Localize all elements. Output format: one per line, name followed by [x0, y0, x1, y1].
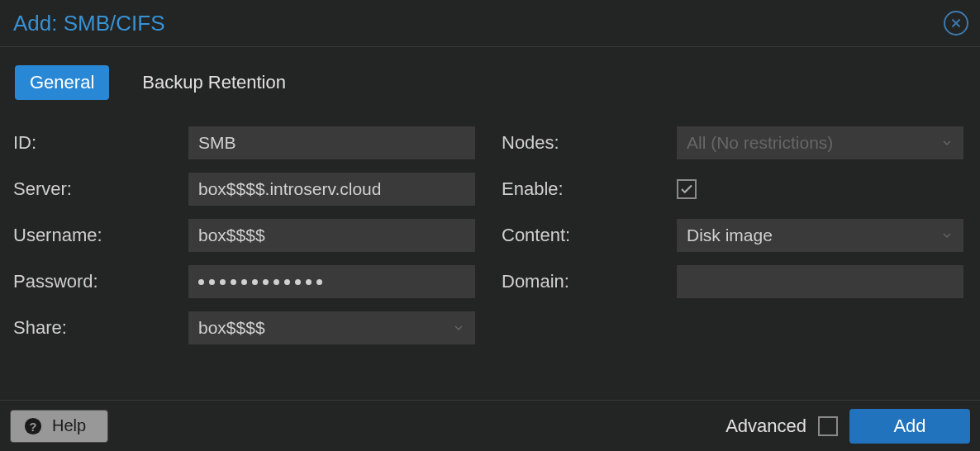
content-select[interactable]: Disk image: [677, 219, 963, 252]
close-icon: [949, 16, 963, 31]
advanced-label: Advanced: [725, 415, 806, 437]
help-label: Help: [52, 416, 86, 435]
chevron-down-icon: [452, 321, 465, 335]
nodes-label: Nodes:: [502, 132, 677, 154]
nodes-select[interactable]: All (No restrictions): [677, 126, 963, 159]
share-label: Share:: [13, 317, 188, 339]
help-icon: ?: [24, 417, 42, 435]
share-select[interactable]: box$$$$: [188, 311, 475, 344]
close-button[interactable]: [944, 11, 968, 36]
password-input[interactable]: [188, 265, 475, 298]
username-label: Username:: [13, 225, 188, 246]
domain-input[interactable]: [677, 265, 963, 298]
username-input[interactable]: [188, 219, 475, 252]
advanced-checkbox[interactable]: [818, 416, 838, 436]
chevron-down-icon: [940, 229, 954, 242]
share-value: box$$$$: [198, 318, 265, 338]
svg-text:?: ?: [30, 420, 37, 433]
tab-general[interactable]: General: [15, 65, 109, 100]
domain-label: Domain:: [502, 271, 677, 292]
id-input[interactable]: [188, 126, 475, 159]
content-value: Disk image: [687, 226, 773, 245]
chevron-down-icon: [940, 136, 954, 150]
server-label: Server:: [13, 178, 188, 200]
password-label: Password:: [13, 271, 188, 292]
content-label: Content:: [502, 225, 677, 246]
nodes-value: All (No restrictions): [687, 133, 833, 153]
server-input[interactable]: [188, 173, 475, 206]
dialog-title: Add: SMB/CIFS: [13, 11, 165, 36]
add-button[interactable]: Add: [849, 409, 970, 444]
id-label: ID:: [13, 132, 188, 154]
enable-checkbox[interactable]: [677, 179, 697, 199]
help-button[interactable]: ? Help: [10, 410, 108, 443]
tab-backup-retention[interactable]: Backup Retention: [127, 65, 301, 100]
check-icon: [679, 182, 694, 197]
enable-label: Enable:: [502, 178, 677, 200]
